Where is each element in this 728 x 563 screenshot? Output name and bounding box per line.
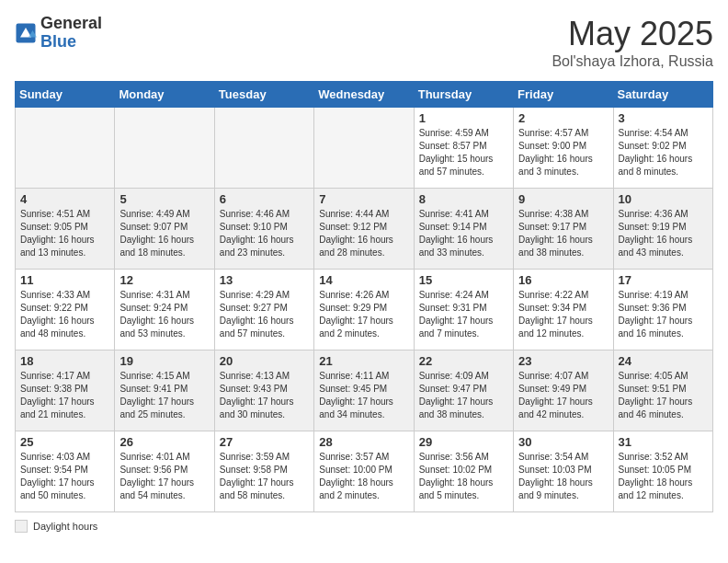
calendar-cell: 31Sunrise: 3:52 AM Sunset: 10:05 PM Dayl… (613, 431, 712, 512)
day-number: 23 (518, 354, 608, 368)
day-info: Sunrise: 4:13 AM Sunset: 9:43 PM Dayligh… (220, 370, 309, 421)
calendar-cell (314, 108, 414, 189)
calendar-cell: 29Sunrise: 3:56 AM Sunset: 10:02 PM Dayl… (414, 431, 513, 512)
day-header: Monday (115, 82, 214, 108)
title-block: May 2025 Bol'shaya Izhora, Russia (552, 15, 713, 70)
day-number: 22 (419, 354, 508, 368)
day-info: Sunrise: 3:56 AM Sunset: 10:02 PM Daylig… (419, 451, 508, 502)
calendar-cell: 17Sunrise: 4:19 AM Sunset: 9:36 PM Dayli… (613, 270, 712, 350)
calendar-cell: 15Sunrise: 4:24 AM Sunset: 9:31 PM Dayli… (414, 270, 513, 350)
legend-label: Daylight hours (33, 521, 97, 532)
day-number: 14 (319, 273, 408, 287)
calendar-cell (214, 108, 313, 189)
day-number: 29 (419, 435, 508, 449)
day-number: 26 (119, 435, 209, 449)
day-info: Sunrise: 4:01 AM Sunset: 9:56 PM Dayligh… (119, 451, 209, 502)
day-info: Sunrise: 4:51 AM Sunset: 9:05 PM Dayligh… (20, 208, 109, 259)
calendar-cell: 7Sunrise: 4:44 AM Sunset: 9:12 PM Daylig… (314, 189, 414, 270)
day-info: Sunrise: 4:09 AM Sunset: 9:47 PM Dayligh… (419, 370, 508, 421)
day-number: 9 (518, 192, 608, 206)
day-info: Sunrise: 3:54 AM Sunset: 10:03 PM Daylig… (518, 451, 608, 502)
calendar-cell: 19Sunrise: 4:15 AM Sunset: 9:41 PM Dayli… (115, 350, 214, 431)
header-row: SundayMondayTuesdayWednesdayThursdayFrid… (16, 82, 713, 108)
day-number: 3 (619, 111, 708, 125)
calendar-cell: 9Sunrise: 4:38 AM Sunset: 9:17 PM Daylig… (514, 189, 613, 270)
day-info: Sunrise: 3:52 AM Sunset: 10:05 PM Daylig… (619, 451, 708, 502)
calendar-cell: 4Sunrise: 4:51 AM Sunset: 9:05 PM Daylig… (16, 189, 115, 270)
day-info: Sunrise: 4:59 AM Sunset: 8:57 PM Dayligh… (419, 127, 508, 178)
day-number: 2 (518, 111, 608, 125)
calendar-cell (115, 108, 214, 189)
calendar-cell: 18Sunrise: 4:17 AM Sunset: 9:38 PM Dayli… (16, 350, 115, 431)
calendar-cell: 26Sunrise: 4:01 AM Sunset: 9:56 PM Dayli… (115, 431, 214, 512)
day-number: 12 (119, 273, 209, 287)
logo-icon (15, 22, 37, 44)
calendar-week-row: 1Sunrise: 4:59 AM Sunset: 8:57 PM Daylig… (16, 108, 713, 189)
day-info: Sunrise: 4:05 AM Sunset: 9:51 PM Dayligh… (619, 370, 708, 421)
day-info: Sunrise: 4:49 AM Sunset: 9:07 PM Dayligh… (119, 208, 209, 259)
day-info: Sunrise: 4:38 AM Sunset: 9:17 PM Dayligh… (518, 208, 608, 259)
calendar-cell: 1Sunrise: 4:59 AM Sunset: 8:57 PM Daylig… (414, 108, 513, 189)
day-info: Sunrise: 4:41 AM Sunset: 9:14 PM Dayligh… (419, 208, 508, 259)
day-number: 17 (619, 273, 708, 287)
day-number: 8 (419, 192, 508, 206)
day-info: Sunrise: 4:11 AM Sunset: 9:45 PM Dayligh… (319, 370, 408, 421)
day-number: 5 (119, 192, 209, 206)
logo-blue: Blue (40, 32, 76, 51)
day-info: Sunrise: 4:17 AM Sunset: 9:38 PM Dayligh… (20, 370, 109, 421)
day-number: 30 (518, 435, 608, 449)
calendar-cell: 20Sunrise: 4:13 AM Sunset: 9:43 PM Dayli… (214, 350, 313, 431)
day-header: Sunday (16, 82, 115, 108)
calendar-cell: 6Sunrise: 4:46 AM Sunset: 9:10 PM Daylig… (214, 189, 313, 270)
calendar-cell: 22Sunrise: 4:09 AM Sunset: 9:47 PM Dayli… (414, 350, 513, 431)
calendar-cell: 25Sunrise: 4:03 AM Sunset: 9:54 PM Dayli… (16, 431, 115, 512)
day-info: Sunrise: 4:46 AM Sunset: 9:10 PM Dayligh… (220, 208, 309, 259)
calendar-cell (16, 108, 115, 189)
logo-general: General (40, 14, 102, 32)
day-number: 1 (419, 111, 508, 125)
day-number: 13 (220, 273, 309, 287)
footer: Daylight hours (15, 520, 713, 533)
day-info: Sunrise: 4:54 AM Sunset: 9:02 PM Dayligh… (619, 127, 708, 178)
day-number: 31 (619, 435, 708, 449)
day-number: 10 (619, 192, 708, 206)
calendar-cell: 28Sunrise: 3:57 AM Sunset: 10:00 PM Dayl… (314, 431, 414, 512)
day-number: 15 (419, 273, 508, 287)
day-header: Wednesday (314, 82, 414, 108)
day-info: Sunrise: 3:57 AM Sunset: 10:00 PM Daylig… (319, 451, 408, 502)
legend-box (15, 520, 28, 533)
calendar-cell: 10Sunrise: 4:36 AM Sunset: 9:19 PM Dayli… (613, 189, 712, 270)
calendar-cell: 12Sunrise: 4:31 AM Sunset: 9:24 PM Dayli… (115, 270, 214, 350)
day-number: 16 (518, 273, 608, 287)
calendar-cell: 11Sunrise: 4:33 AM Sunset: 9:22 PM Dayli… (16, 270, 115, 350)
day-number: 24 (619, 354, 708, 368)
day-info: Sunrise: 4:36 AM Sunset: 9:19 PM Dayligh… (619, 208, 708, 259)
calendar-cell: 5Sunrise: 4:49 AM Sunset: 9:07 PM Daylig… (115, 189, 214, 270)
day-header: Thursday (414, 82, 513, 108)
calendar-week-row: 4Sunrise: 4:51 AM Sunset: 9:05 PM Daylig… (16, 189, 713, 270)
day-number: 21 (319, 354, 408, 368)
day-number: 25 (20, 435, 109, 449)
day-info: Sunrise: 4:33 AM Sunset: 9:22 PM Dayligh… (20, 289, 109, 340)
calendar-table: SundayMondayTuesdayWednesdayThursdayFrid… (15, 81, 713, 512)
day-number: 7 (319, 192, 408, 206)
calendar-cell: 14Sunrise: 4:26 AM Sunset: 9:29 PM Dayli… (314, 270, 414, 350)
calendar-week-row: 11Sunrise: 4:33 AM Sunset: 9:22 PM Dayli… (16, 270, 713, 350)
day-number: 11 (20, 273, 109, 287)
day-header: Friday (514, 82, 613, 108)
day-info: Sunrise: 4:44 AM Sunset: 9:12 PM Dayligh… (319, 208, 408, 259)
day-info: Sunrise: 4:31 AM Sunset: 9:24 PM Dayligh… (119, 289, 209, 340)
logo-text: General Blue (40, 15, 102, 52)
day-info: Sunrise: 4:15 AM Sunset: 9:41 PM Dayligh… (119, 370, 209, 421)
day-number: 19 (119, 354, 209, 368)
calendar-cell: 3Sunrise: 4:54 AM Sunset: 9:02 PM Daylig… (613, 108, 712, 189)
day-info: Sunrise: 4:03 AM Sunset: 9:54 PM Dayligh… (20, 451, 109, 502)
day-info: Sunrise: 4:57 AM Sunset: 9:00 PM Dayligh… (518, 127, 608, 178)
logo: General Blue (15, 15, 102, 52)
day-number: 4 (20, 192, 109, 206)
day-number: 20 (220, 354, 309, 368)
calendar-cell: 23Sunrise: 4:07 AM Sunset: 9:49 PM Dayli… (514, 350, 613, 431)
calendar-week-row: 18Sunrise: 4:17 AM Sunset: 9:38 PM Dayli… (16, 350, 713, 431)
day-info: Sunrise: 4:29 AM Sunset: 9:27 PM Dayligh… (220, 289, 309, 340)
day-info: Sunrise: 4:24 AM Sunset: 9:31 PM Dayligh… (419, 289, 508, 340)
